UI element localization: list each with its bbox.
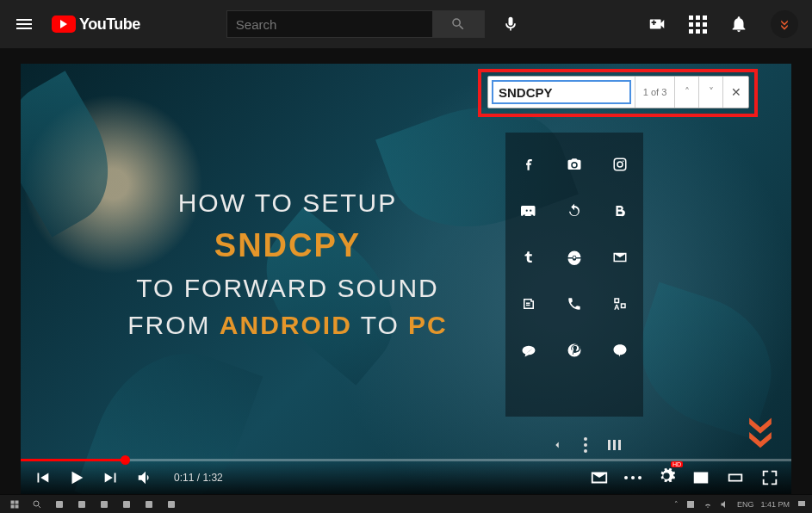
youtube-logo-text: YouTube	[79, 15, 140, 34]
find-close-button[interactable]: ✕	[722, 77, 748, 108]
facebook-icon[interactable]	[521, 157, 536, 172]
hd-badge: HD	[671, 461, 683, 467]
taskbar-notification-icon[interactable]	[797, 499, 807, 510]
svg-rect-5	[146, 501, 152, 508]
miniplayer-icon[interactable]	[691, 468, 710, 487]
time-display: 0:11 / 1:32	[174, 472, 223, 484]
find-previous-button[interactable]: ˄	[674, 77, 698, 108]
taskbar-app-icon[interactable]	[117, 498, 136, 511]
svg-rect-4	[123, 501, 130, 508]
discord-icon[interactable]	[521, 203, 536, 219]
volume-icon[interactable]	[136, 468, 155, 487]
taskbar-clock[interactable]: 1:41 PM	[760, 500, 790, 509]
player-controls: 0:11 / 1:32 HD	[21, 461, 791, 494]
translate-icon[interactable]	[612, 296, 628, 312]
menu-icon[interactable]	[14, 14, 34, 34]
search-icon	[450, 16, 466, 32]
svg-rect-7	[687, 501, 694, 508]
previous-icon[interactable]	[33, 468, 52, 487]
video-title-overlay: HOW TO SETUP SNDCPY TO FORWARD SOUND FRO…	[115, 184, 460, 344]
voice-search-button[interactable]	[493, 7, 528, 41]
share-panel	[505, 133, 643, 417]
video-text-highlight-2: ANDROID	[220, 311, 352, 339]
pinterest-icon[interactable]	[567, 343, 582, 358]
find-result-count: 1 of 3	[635, 77, 674, 108]
drag-handle-icon[interactable]	[584, 437, 587, 453]
taskbar-tray-icon[interactable]: ˄	[674, 500, 679, 509]
more-icon[interactable]	[624, 476, 642, 479]
video-text-highlight-3: PC	[408, 311, 448, 339]
taskbar-app-icon[interactable]	[139, 498, 158, 511]
video-text-line-3: TO FORWARD SOUND	[115, 269, 460, 307]
svg-rect-6	[168, 501, 175, 508]
video-text-line-4a: FROM	[127, 311, 220, 339]
youtube-logo[interactable]: YouTube	[52, 15, 140, 34]
pokeball-icon[interactable]	[567, 250, 582, 265]
taskbar-app-icon[interactable]	[162, 498, 181, 511]
windows-taskbar: ˄ ENG 1:41 PM	[0, 494, 812, 513]
video-player: HOW TO SETUP SNDCPY TO FORWARD SOUND FRO…	[21, 64, 791, 494]
find-input-wrap	[492, 80, 631, 104]
create-video-icon[interactable]	[648, 15, 666, 34]
next-icon[interactable]	[102, 468, 121, 487]
theater-icon[interactable]	[726, 468, 745, 487]
youtube-logo-icon	[52, 15, 76, 33]
apps-grid-icon[interactable]	[689, 15, 707, 34]
avatar[interactable]	[771, 10, 798, 38]
play-icon[interactable]	[67, 468, 86, 487]
list-handle-icon[interactable]	[608, 440, 621, 450]
settings-gear-icon[interactable]	[657, 467, 676, 485]
channel-logo-icon	[741, 413, 779, 451]
svg-point-0	[34, 501, 39, 506]
mic-icon	[502, 15, 519, 33]
taskbar-app-icon[interactable]	[72, 498, 91, 511]
fullscreen-icon[interactable]	[760, 468, 779, 487]
tumblr-icon[interactable]	[521, 250, 536, 265]
taskbar-app-icon[interactable]	[95, 498, 114, 511]
taskbar-search-icon[interactable]	[28, 498, 46, 511]
find-next-button[interactable]: ˅	[698, 77, 722, 108]
svg-rect-3	[101, 501, 108, 508]
svg-rect-1	[56, 501, 63, 508]
video-mini-controls	[551, 437, 621, 453]
video-text-highlight-1: SNDCPY	[214, 227, 361, 263]
instagram-icon[interactable]	[612, 157, 628, 172]
taskbar-tray: ˄ ENG 1:41 PM	[674, 499, 807, 510]
svg-rect-8	[798, 501, 805, 506]
taskbar-app-icon[interactable]	[50, 498, 69, 511]
news-icon[interactable]	[521, 296, 536, 312]
video-surface[interactable]: HOW TO SETUP SNDCPY TO FORWARD SOUND FRO…	[21, 64, 791, 494]
mail-icon[interactable]	[590, 468, 609, 487]
envelope-icon[interactable]	[612, 250, 628, 265]
search-button[interactable]	[433, 10, 485, 38]
notifications-icon[interactable]	[729, 15, 748, 34]
search-input[interactable]	[226, 10, 433, 38]
camera-icon[interactable]	[567, 157, 582, 172]
taskbar-language[interactable]: ENG	[737, 500, 754, 509]
youtube-header: YouTube	[0, 0, 812, 48]
phone-icon[interactable]	[567, 296, 582, 312]
svg-rect-2	[78, 501, 85, 508]
search-bar	[226, 10, 485, 38]
taskbar-start-icon[interactable]	[5, 498, 24, 511]
find-input[interactable]	[499, 85, 624, 100]
refresh-icon[interactable]	[567, 203, 582, 219]
messenger-icon[interactable]	[521, 343, 536, 358]
caret-left-icon[interactable]	[551, 439, 563, 451]
header-actions	[648, 10, 798, 38]
taskbar-volume-icon[interactable]	[720, 499, 730, 510]
find-in-page-bar: 1 of 3 ˄ ˅ ✕	[487, 76, 749, 108]
taskbar-tray-icon[interactable]	[685, 499, 696, 510]
taskbar-wifi-icon[interactable]	[703, 499, 713, 510]
line-icon[interactable]	[612, 343, 628, 358]
video-text-line-1: HOW TO SETUP	[115, 184, 460, 222]
video-text-line-4b: TO	[352, 311, 408, 339]
bold-b-icon[interactable]	[612, 203, 628, 219]
avatar-chevron-icon	[777, 16, 792, 32]
